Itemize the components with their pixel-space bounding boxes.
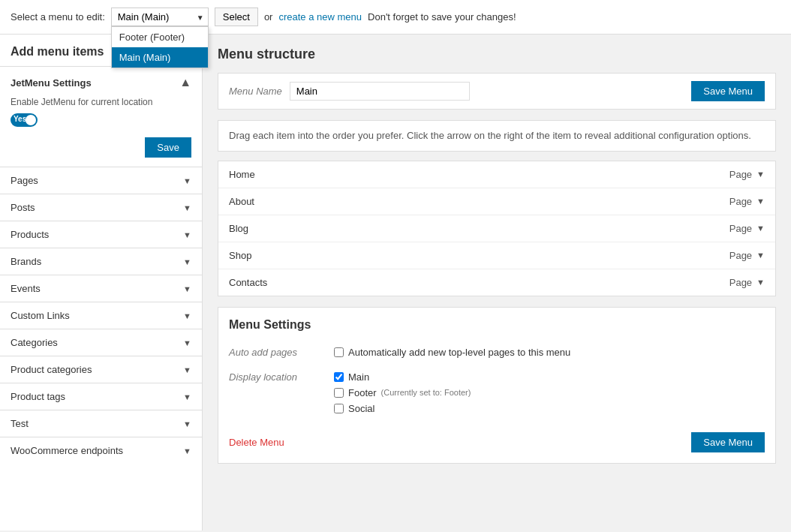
accordion-brands: Brands ▼: [0, 248, 202, 275]
menu-item-type-contacts: Page ▼: [729, 277, 765, 288]
accordion-label-woocommerce: WooCommerce endpoints: [11, 445, 123, 456]
menu-item-arrow-blog[interactable]: ▼: [756, 224, 765, 233]
menu-item-shop[interactable]: Shop Page ▼: [218, 242, 775, 269]
menu-item-home[interactable]: Home Page ▼: [218, 161, 775, 188]
accordion-arrow-categories: ▼: [183, 338, 191, 347]
menu-item-type-shop: Page ▼: [729, 250, 765, 261]
menu-settings-title: Menu Settings: [229, 318, 765, 332]
location-main-label: Main: [348, 371, 369, 383]
accordion-label-products: Products: [11, 229, 49, 240]
menu-settings-section: Menu Settings Auto add pages Automatical…: [218, 307, 776, 464]
accordion-header-posts[interactable]: Posts ▼: [0, 194, 202, 221]
accordion-woocommerce: WooCommerce endpoints ▼: [0, 437, 202, 464]
select-button[interactable]: Select: [215, 8, 258, 26]
accordion-label-events: Events: [11, 283, 41, 294]
save-menu-btn-bottom[interactable]: Save Menu: [691, 432, 765, 452]
accordion-pages: Pages ▼: [0, 167, 202, 194]
accordion-label-product-tags: Product tags: [11, 391, 65, 402]
menu-item-name-about: About: [229, 196, 254, 207]
accordion-header-products[interactable]: Products ▼: [0, 221, 202, 248]
accordion-header-product-tags[interactable]: Product tags ▼: [0, 383, 202, 410]
or-text: or: [264, 11, 273, 23]
accordion-arrow-events: ▼: [183, 284, 191, 293]
location-social-label: Social: [348, 403, 374, 414]
accordion-label-test: Test: [11, 418, 29, 429]
accordion-header-custom-links[interactable]: Custom Links ▼: [0, 302, 202, 329]
accordion-header-brands[interactable]: Brands ▼: [0, 248, 202, 275]
left-panel: Add menu items JetMenu Settings ▲ Enable…: [0, 35, 203, 530]
location-social-checkbox[interactable]: [334, 404, 344, 413]
menu-item-type-label-blog: Page: [729, 223, 752, 234]
location-footer-note: (Currently set to: Footer): [381, 388, 471, 397]
jet-collapse-icon[interactable]: ▲: [179, 76, 191, 89]
menu-item-arrow-home[interactable]: ▼: [756, 170, 765, 179]
menu-name-label: Menu Name: [229, 86, 282, 97]
location-social-row: Social: [334, 403, 765, 414]
accordion-header-pages[interactable]: Pages ▼: [0, 167, 202, 194]
delete-menu-link[interactable]: Delete Menu: [229, 437, 284, 448]
jet-save-button[interactable]: Save: [145, 137, 191, 158]
menu-item-type-label-home: Page: [729, 169, 752, 180]
menu-item-name-shop: Shop: [229, 250, 251, 261]
accordion-arrow-test: ▼: [183, 419, 191, 428]
location-main-checkbox[interactable]: [334, 372, 344, 382]
drag-instructions: Drag each item into the order you prefer…: [218, 120, 776, 152]
menu-item-arrow-shop[interactable]: ▼: [756, 251, 765, 260]
accordion-product-categories: Product categories ▼: [0, 356, 202, 383]
accordion-header-categories[interactable]: Categories ▼: [0, 329, 202, 356]
toggle-yes-label: Yes: [14, 115, 26, 123]
accordion-label-categories: Categories: [11, 337, 58, 348]
menu-item-about[interactable]: About Page ▼: [218, 188, 775, 215]
dropdown-item-footer[interactable]: Footer (Footer): [112, 27, 208, 47]
menu-item-name-contacts: Contacts: [229, 277, 267, 288]
location-footer-checkbox[interactable]: [334, 388, 344, 398]
menu-item-type-home: Page ▼: [729, 169, 765, 180]
menu-item-arrow-contacts[interactable]: ▼: [756, 278, 765, 287]
main-layout: Add menu items JetMenu Settings ▲ Enable…: [0, 35, 791, 530]
toggle-track[interactable]: Yes: [11, 113, 38, 127]
display-location-label: Display location: [229, 367, 334, 423]
accordion-header-product-categories[interactable]: Product categories ▼: [0, 356, 202, 383]
accordion-test: Test ▼: [0, 410, 202, 437]
accordion-arrow-brands: ▼: [183, 257, 191, 266]
accordion-arrow-woocommerce: ▼: [183, 446, 191, 455]
menu-item-type-about: Page ▼: [729, 196, 765, 207]
location-main-row: Main: [334, 371, 765, 383]
accordion-arrow-product-categories: ▼: [183, 365, 191, 374]
accordion-arrow-products: ▼: [183, 230, 191, 239]
accordion-list: Pages ▼ Posts ▼ Products ▼ Brands: [0, 167, 202, 464]
save-menu-btn-top[interactable]: Save Menu: [691, 81, 765, 101]
accordion-header-events[interactable]: Events ▼: [0, 275, 202, 302]
jet-section-label: JetMenu Settings: [11, 77, 92, 89]
menu-select-wrapper[interactable]: Main (Main) Footer (Footer) ▼ Footer (Fo…: [111, 8, 209, 26]
settings-table: Auto add pages Automatically add new top…: [229, 342, 765, 423]
bottom-actions: Delete Menu Save Menu: [229, 432, 765, 452]
jet-menu-section: JetMenu Settings ▲ Enable JetMenu for cu…: [0, 66, 202, 167]
dropdown-item-main[interactable]: Main (Main): [112, 47, 208, 68]
menu-item-blog[interactable]: Blog Page ▼: [218, 215, 775, 242]
menu-item-contacts[interactable]: Contacts Page ▼: [218, 269, 775, 296]
accordion-header-test[interactable]: Test ▼: [0, 410, 202, 437]
top-bar: Select a menu to edit: Main (Main) Foote…: [0, 0, 791, 35]
menu-name-row: Menu Name Save Menu: [218, 73, 776, 110]
jet-toggle-switch[interactable]: Yes: [11, 113, 38, 127]
menu-item-name-home: Home: [229, 169, 255, 180]
accordion-label-posts: Posts: [11, 202, 35, 213]
menu-select[interactable]: Main (Main) Footer (Footer): [111, 8, 209, 26]
menu-item-name-blog: Blog: [229, 223, 248, 234]
location-footer-row: Footer (Currently set to: Footer): [334, 387, 765, 398]
menu-item-type-label-shop: Page: [729, 250, 752, 261]
auto-add-pages-checkbox-row: Automatically add new top-level pages to…: [334, 347, 765, 358]
accordion-categories: Categories ▼: [0, 329, 202, 356]
select-menu-label: Select a menu to edit:: [11, 11, 105, 23]
menu-items-list: Home Page ▼ About Page ▼ Blog Page ▼: [218, 161, 776, 296]
menu-item-type-blog: Page ▼: [729, 223, 765, 234]
auto-add-pages-checkbox[interactable]: [334, 347, 344, 357]
menu-item-arrow-about[interactable]: ▼: [756, 197, 765, 206]
create-new-menu-link[interactable]: create a new menu: [278, 11, 362, 23]
accordion-header-woocommerce[interactable]: WooCommerce endpoints ▼: [0, 437, 202, 464]
accordion-label-brands: Brands: [11, 256, 41, 267]
toggle-knob: [26, 115, 36, 125]
dont-forget-text: Don't forget to save your changes!: [368, 11, 516, 23]
menu-name-input[interactable]: [290, 82, 470, 101]
